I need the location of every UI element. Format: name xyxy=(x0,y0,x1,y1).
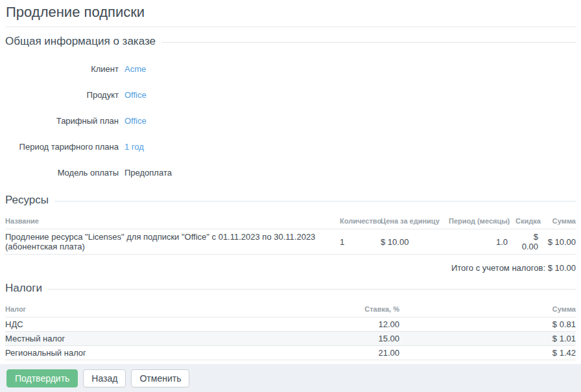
subtotal-with-taxes-label: Итого с учетом налогов: xyxy=(451,263,545,273)
section-resources-title: Ресурсы xyxy=(5,194,49,207)
confirm-button[interactable]: Подтвердить xyxy=(6,369,78,387)
field-product: Продукт Office xyxy=(5,90,576,100)
col-header-unit-price: Цена за единицу xyxy=(373,214,441,229)
resource-quantity: 1 xyxy=(332,229,373,255)
field-service-plan: Тарифный план Office xyxy=(5,116,576,126)
tax-name: НДС xyxy=(5,317,289,332)
page-title: Продление подписки xyxy=(5,0,576,27)
resource-unit-price: $ 10.00 xyxy=(373,229,441,255)
section-resources: Ресурсы xyxy=(5,194,576,207)
section-general-info: Общая информация о заказе xyxy=(5,35,576,48)
tax-row: НДС 12.00 $ 0.81 xyxy=(5,317,576,332)
legend-divider xyxy=(48,289,576,290)
tax-rate: 21.00 xyxy=(289,346,399,360)
col-header-discount: Скидка xyxy=(508,214,538,229)
field-product-label: Продукт xyxy=(5,90,119,100)
resource-period: 1.0 xyxy=(441,229,508,255)
tax-name: Региональный налог xyxy=(5,346,289,360)
tax-amount: $ 1.01 xyxy=(399,332,576,346)
legend-divider xyxy=(54,201,576,202)
tax-rate: 15.00 xyxy=(289,332,399,346)
taxes-table: Налог Ставка, % Сумма НДС 12.00 $ 0.81 М… xyxy=(5,303,576,360)
field-payment-model: Модель оплаты Предоплата xyxy=(5,168,576,178)
col-header-name: Название xyxy=(5,214,332,229)
field-service-plan-label: Тарифный план xyxy=(5,116,119,126)
section-general-info-title: Общая информация о заказе xyxy=(5,35,156,48)
field-product-value-link[interactable]: Office xyxy=(124,90,147,100)
resource-total: $ 10.00 xyxy=(538,229,576,255)
resource-name: Продление ресурса "Licenses" для подписк… xyxy=(5,229,332,255)
tax-name: Местный налог xyxy=(5,332,289,346)
action-footer: Подтвердить Назад Отменить xyxy=(0,364,581,392)
field-plan-period-value-link[interactable]: 1 год xyxy=(124,142,144,152)
tax-rate: 12.00 xyxy=(289,317,399,332)
resource-discount: $ 0.00 xyxy=(508,229,538,255)
col-header-tax: Налог xyxy=(5,303,289,317)
resources-table: Название Количество Цена за единицу Пери… xyxy=(5,214,576,255)
col-header-amount: Сумма xyxy=(399,303,576,317)
resource-row: Продление ресурса "Licenses" для подписк… xyxy=(5,229,576,255)
subtotal-with-taxes-value: $ 10.00 xyxy=(548,263,576,273)
field-client-value-link[interactable]: Acme xyxy=(124,64,146,74)
resources-table-header-row: Название Количество Цена за единицу Пери… xyxy=(5,214,576,229)
col-header-total: Сумма xyxy=(538,214,576,229)
subscription-renewal-page: Продление подписки Общая информация о за… xyxy=(0,0,581,392)
back-button[interactable]: Назад xyxy=(83,369,126,387)
col-header-period: Период (месяцы) xyxy=(441,214,508,229)
taxes-table-header-row: Налог Ставка, % Сумма xyxy=(5,303,576,317)
field-client: Клиент Acme xyxy=(5,64,576,74)
subtotal-with-taxes: Итого с учетом налогов: $ 10.00 xyxy=(5,263,576,273)
tax-row: Местный налог 15.00 $ 1.01 xyxy=(5,332,576,346)
legend-divider xyxy=(161,42,576,43)
col-header-rate: Ставка, % xyxy=(289,303,399,317)
col-header-quantity: Количество xyxy=(332,214,373,229)
field-payment-model-value: Предоплата xyxy=(124,168,172,178)
general-info-fields: Клиент Acme Продукт Office Тарифный план… xyxy=(5,64,576,178)
cancel-button[interactable]: Отменить xyxy=(131,369,189,387)
section-taxes-title: Налоги xyxy=(5,282,42,295)
field-plan-period: Период тарифного плана 1 год xyxy=(5,142,576,152)
field-plan-period-label: Период тарифного плана xyxy=(5,142,119,152)
field-service-plan-value-link[interactable]: Office xyxy=(124,116,147,126)
tax-row: Региональный налог 21.00 $ 1.42 xyxy=(5,346,576,360)
field-payment-model-label: Модель оплаты xyxy=(5,168,119,178)
tax-amount: $ 0.81 xyxy=(399,317,576,332)
tax-amount: $ 1.42 xyxy=(399,346,576,360)
field-client-label: Клиент xyxy=(5,64,119,74)
section-taxes: Налоги xyxy=(5,282,576,295)
